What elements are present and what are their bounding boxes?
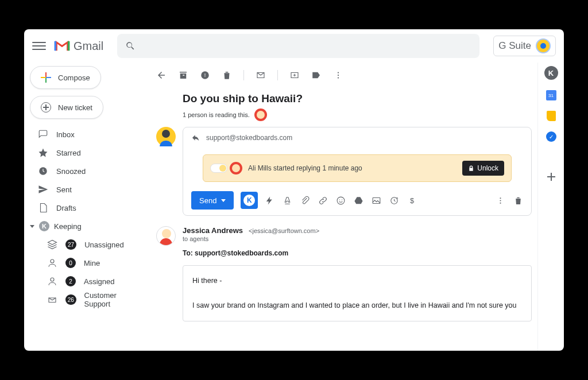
format-icon[interactable] — [283, 196, 292, 205]
nav-snoozed[interactable]: Snoozed — [30, 162, 145, 180]
delete-icon[interactable] — [222, 70, 232, 80]
svg-point-16 — [500, 202, 501, 203]
svg-point-14 — [500, 197, 501, 199]
plus-circle-icon — [41, 102, 51, 113]
add-addon-icon[interactable] — [546, 172, 556, 182]
gmail-logo[interactable]: Gmail — [54, 40, 103, 53]
svg-point-5 — [338, 72, 339, 73]
person-icon — [47, 258, 57, 268]
gsuite-badge[interactable]: G Suite — [493, 36, 556, 56]
bolt-icon[interactable] — [265, 196, 274, 205]
svg-text:$: $ — [410, 196, 414, 204]
gsuite-label: G Suite — [498, 40, 531, 52]
sender-avatar — [156, 226, 176, 246]
svg-point-8 — [338, 197, 345, 204]
reply-to-row[interactable]: support@stokedboards.com — [191, 133, 523, 146]
unlock-button[interactable]: Unlock — [462, 161, 504, 176]
archive-icon[interactable] — [178, 70, 188, 80]
inbox-icon — [38, 129, 48, 139]
discard-icon[interactable] — [513, 196, 523, 205]
sender-name: Jessica Andrews — [183, 226, 243, 235]
svg-point-15 — [500, 200, 501, 201]
chevron-down-icon — [221, 199, 226, 202]
tasks-icon[interactable] — [546, 131, 556, 142]
search-icon — [125, 41, 136, 51]
banner-avatar — [230, 162, 242, 175]
reading-indicator: 1 person is reading this. — [183, 108, 532, 121]
message-block: Jessica Andrews <jessica@surftown.com> t… — [156, 226, 532, 321]
image-icon[interactable] — [372, 196, 381, 205]
nav-drafts[interactable]: Drafts — [30, 199, 145, 216]
attach-icon[interactable] — [300, 196, 310, 205]
svg-point-10 — [342, 199, 342, 200]
side-panel: K — [537, 63, 564, 351]
gmail-icon — [54, 40, 70, 52]
money-icon[interactable]: $ — [407, 196, 417, 205]
draft-icon — [38, 203, 48, 213]
star-icon — [38, 148, 48, 158]
toggle-switch[interactable] — [210, 164, 227, 173]
svg-rect-11 — [373, 197, 381, 203]
keeping-panel-icon[interactable]: K — [544, 66, 558, 80]
svg-point-7 — [338, 77, 339, 78]
thread-subject: Do you ship to Hawaii? — [183, 92, 532, 105]
back-icon[interactable] — [156, 70, 167, 80]
app-window: Gmail G Suite Compose New ticket Inbox — [24, 29, 564, 351]
sidebar: Compose New ticket Inbox Starred Snoozed… — [24, 63, 145, 351]
caret-down-icon — [30, 225, 34, 228]
nav-customer-support[interactable]: 26 Customer Support — [30, 291, 145, 308]
clock-icon — [38, 166, 48, 176]
label-icon[interactable] — [311, 70, 322, 80]
main-menu-icon[interactable] — [32, 42, 46, 50]
new-ticket-button[interactable]: New ticket — [30, 96, 103, 119]
nav-sent[interactable]: Sent — [30, 181, 145, 198]
link-icon[interactable] — [318, 196, 328, 205]
calendar-icon[interactable] — [546, 90, 556, 100]
sender-email: <jessica@surftown.com> — [249, 227, 319, 234]
more-icon[interactable] — [333, 70, 343, 80]
plus-icon — [41, 72, 51, 83]
search-input[interactable] — [117, 34, 479, 58]
send-icon — [38, 184, 48, 195]
spam-icon[interactable]: ! — [200, 70, 210, 80]
collision-banner: Ali Mills started replying 1 minute ago … — [203, 154, 512, 182]
recipient-summary: to agents — [183, 235, 532, 242]
app-name: Gmail — [74, 40, 103, 53]
person-icon — [47, 276, 57, 286]
send-button[interactable]: Send — [191, 191, 234, 210]
svg-point-9 — [339, 199, 340, 200]
svg-point-1 — [51, 259, 54, 263]
svg-point-2 — [51, 278, 54, 281]
nav-inbox[interactable]: Inbox — [30, 126, 145, 143]
account-avatar[interactable] — [536, 38, 551, 53]
content-area: ! Do you ship to Hawaii? 1 person is rea… — [145, 63, 537, 351]
emoji-icon[interactable] — [336, 196, 346, 205]
current-user-avatar — [156, 127, 176, 146]
reply-icon — [191, 133, 200, 142]
svg-point-6 — [338, 75, 339, 76]
keeping-compose-button[interactable]: K — [241, 192, 258, 209]
schedule-icon[interactable] — [389, 196, 399, 205]
more-vert-icon[interactable] — [496, 196, 505, 205]
compose-toolbar: Send K — [191, 191, 523, 210]
stack-icon — [47, 239, 57, 250]
reader-avatar — [254, 108, 267, 121]
move-icon[interactable] — [289, 70, 300, 80]
compose-button[interactable]: Compose — [30, 66, 101, 89]
action-toolbar: ! — [156, 63, 532, 88]
header-bar: Gmail G Suite — [24, 29, 564, 63]
drive-icon[interactable] — [354, 196, 363, 205]
keep-icon[interactable] — [547, 111, 556, 121]
compose-label: Compose — [58, 73, 90, 82]
nav-keeping[interactable]: K Keeping — [30, 218, 145, 235]
lock-icon — [468, 165, 474, 172]
mail-icon[interactable] — [256, 70, 266, 80]
new-ticket-label: New ticket — [58, 103, 92, 112]
svg-text:!: ! — [204, 72, 206, 78]
message-body: Hi there - I saw your brand on Instagram… — [183, 265, 532, 321]
nav-starred[interactable]: Starred — [30, 144, 145, 161]
nav-mine[interactable]: 0 Mine — [30, 254, 145, 272]
nav-unassigned[interactable]: 27 Unassigned — [30, 236, 145, 253]
nav-assigned[interactable]: 2 Assigned — [30, 273, 145, 290]
keeping-icon: K — [39, 221, 49, 231]
